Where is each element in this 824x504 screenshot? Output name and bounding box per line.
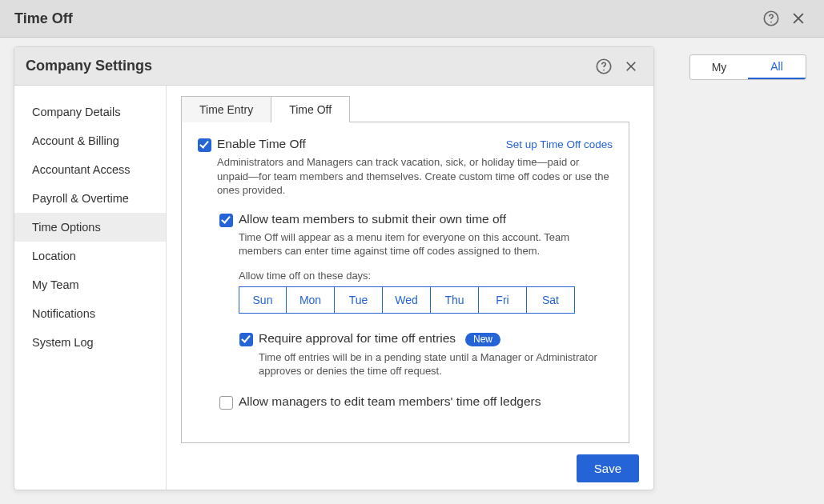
sidebar-item-notifications[interactable]: Notifications xyxy=(14,299,166,328)
svg-point-3 xyxy=(603,69,605,70)
save-button[interactable]: Save xyxy=(577,454,639,482)
tab-time-entry[interactable]: Time Entry xyxy=(181,96,271,122)
modal-close-icon[interactable] xyxy=(620,55,642,78)
checkbox-enable-time-off[interactable] xyxy=(198,138,211,152)
sidebar-item-label: My Team xyxy=(32,278,79,291)
day-sun[interactable]: Sun xyxy=(239,286,287,314)
label-require-approval: Require approval for time off entries xyxy=(259,331,456,345)
badge-new: New xyxy=(465,333,500,346)
close-icon[interactable] xyxy=(787,7,810,30)
sidebar-item-location[interactable]: Location xyxy=(14,242,166,270)
sidebar-item-system-log[interactable]: System Log xyxy=(14,328,166,357)
sidebar-item-label: Time Options xyxy=(32,221,101,234)
company-settings-modal: Company Settings Company Details Account… xyxy=(14,46,654,490)
toggle-all[interactable]: All xyxy=(748,55,806,79)
modal-title: Company Settings xyxy=(26,58,588,74)
settings-sidebar: Company Details Account & Billing Accoun… xyxy=(14,86,167,490)
day-wed[interactable]: Wed xyxy=(383,286,431,314)
sidebar-item-label: Notifications xyxy=(32,307,95,320)
desc-enable-time-off: Administrators and Managers can track va… xyxy=(217,155,613,198)
sidebar-item-accountant-access[interactable]: Accountant Access xyxy=(14,155,166,184)
time-off-panel: Enable Time Off Set up Time Off codes Ad… xyxy=(181,122,629,443)
sidebar-item-label: Location xyxy=(32,250,76,262)
checkbox-manager-edit-ledgers[interactable] xyxy=(219,396,233,410)
help-icon[interactable] xyxy=(760,7,782,30)
day-fri[interactable]: Fri xyxy=(479,286,527,314)
modal-help-icon[interactable] xyxy=(593,55,615,78)
checkbox-allow-submit[interactable] xyxy=(219,214,233,227)
sidebar-item-account-billing[interactable]: Account & Billing xyxy=(14,126,166,155)
days-heading: Allow time off on these days: xyxy=(239,270,613,282)
sidebar-item-label: Payroll & Overtime xyxy=(32,192,129,205)
days-selector: Sun Mon Tue Wed Thu Fri Sat xyxy=(239,286,613,314)
sidebar-item-my-team[interactable]: My Team xyxy=(14,270,166,299)
sidebar-item-label: System Log xyxy=(32,336,94,349)
sidebar-item-time-options[interactable]: Time Options xyxy=(14,213,166,242)
sidebar-item-label: Company Details xyxy=(32,106,120,118)
day-mon[interactable]: Mon xyxy=(287,286,335,314)
sidebar-item-company-details[interactable]: Company Details xyxy=(14,98,166,126)
label-enable-time-off: Enable Time Off xyxy=(217,137,306,151)
day-thu[interactable]: Thu xyxy=(431,286,479,314)
page-title: Time Off xyxy=(14,10,755,27)
label-allow-submit: Allow team members to submit their own t… xyxy=(239,212,506,226)
modal-footer: Save xyxy=(181,443,653,482)
view-toggle: My All xyxy=(689,54,806,80)
svg-point-1 xyxy=(770,22,772,23)
tab-time-off[interactable]: Time Off xyxy=(271,96,350,122)
desc-allow-submit: Time Off will appear as a menu item for … xyxy=(239,230,613,258)
toggle-my[interactable]: My xyxy=(690,55,748,79)
desc-require-approval: Time off entries will be in a pending st… xyxy=(259,350,613,378)
link-setup-time-off-codes[interactable]: Set up Time Off codes xyxy=(506,138,613,150)
checkbox-require-approval[interactable] xyxy=(239,333,253,346)
page-header: Time Off xyxy=(0,0,824,38)
modal-header: Company Settings xyxy=(14,47,653,86)
label-manager-edit-ledgers: Allow managers to edit team members' tim… xyxy=(239,394,541,409)
sidebar-item-label: Accountant Access xyxy=(32,163,131,176)
sidebar-item-payroll-overtime[interactable]: Payroll & Overtime xyxy=(14,184,166,213)
day-tue[interactable]: Tue xyxy=(335,286,383,314)
day-sat[interactable]: Sat xyxy=(527,286,575,314)
settings-main: Time Entry Time Off Enable Time Off Set … xyxy=(167,86,653,490)
sidebar-item-label: Account & Billing xyxy=(32,134,119,147)
tabs-row: Time Entry Time Off xyxy=(181,95,653,122)
